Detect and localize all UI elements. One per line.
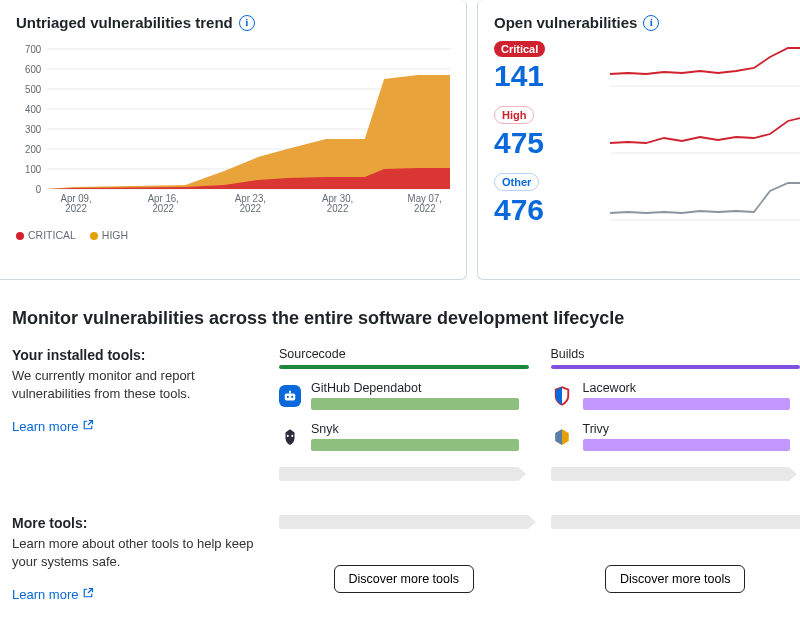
open-vulnerabilities-card: Open vulnerabilities i Critical 141 High… (477, 0, 800, 280)
sparkline-other (610, 177, 800, 221)
learn-more-label: Learn more (12, 419, 78, 434)
open-vulnerabilities-title: Open vulnerabilities i (494, 14, 800, 31)
trivy-icon (551, 426, 573, 448)
tool-row-lacework[interactable]: Lacework (551, 379, 791, 410)
sparkline-critical (610, 43, 800, 87)
monitor-heading: Monitor vulnerabilities across the entir… (12, 308, 800, 329)
info-icon[interactable]: i (643, 15, 659, 31)
placeholder-bar (279, 515, 529, 529)
more-tools-desc: Learn more about other tools to help kee… (12, 535, 257, 571)
untriaged-trend-title-text: Untriaged vulnerabilities trend (16, 14, 233, 31)
severity-badge-high: High (494, 106, 534, 124)
stage-builds-label: Builds (551, 347, 801, 365)
open-vulnerabilities-title-text: Open vulnerabilities (494, 14, 637, 31)
svg-rect-30 (289, 390, 291, 393)
placeholder-bar (551, 515, 801, 529)
open-row-critical: Critical 141 (494, 39, 800, 91)
tool-row-dependabot[interactable]: GitHub Dependabot (279, 379, 519, 410)
tool-name: Trivy (583, 422, 791, 436)
trend-legend: CRITICAL HIGH (16, 229, 450, 241)
severity-badge-other: Other (494, 173, 539, 191)
placeholder-bar (551, 467, 791, 481)
external-link-icon (82, 419, 94, 434)
more-tools-title: More tools: (12, 515, 257, 531)
svg-point-32 (291, 395, 293, 397)
tool-bar (311, 398, 519, 410)
svg-text:300: 300 (25, 124, 42, 135)
discover-more-tools-button[interactable]: Discover more tools (334, 565, 474, 593)
svg-text:2022: 2022 (240, 203, 262, 214)
learn-more-link[interactable]: Learn more (12, 587, 94, 602)
tool-bar (583, 439, 791, 451)
dependabot-icon (279, 385, 301, 407)
learn-more-label: Learn more (12, 587, 78, 602)
installed-tools-desc: We currently monitor and report vulnerab… (12, 367, 257, 403)
sparkline-high (610, 110, 800, 154)
svg-text:500: 500 (25, 84, 42, 95)
open-row-other: Other 476 (494, 172, 800, 225)
svg-text:400: 400 (25, 104, 42, 115)
external-link-icon (82, 587, 94, 602)
stage-builds: Builds Lacework Tri (551, 347, 801, 481)
high-count: 475 (494, 128, 594, 158)
tool-name: Snyk (311, 422, 519, 436)
tool-bar (311, 439, 519, 451)
other-count: 476 (494, 195, 594, 225)
lacework-icon (551, 385, 573, 407)
tool-name: GitHub Dependabot (311, 381, 519, 395)
svg-text:700: 700 (25, 44, 42, 55)
critical-count: 141 (494, 61, 594, 91)
legend-item-critical: CRITICAL (16, 229, 76, 241)
stage-underline (279, 365, 529, 369)
svg-text:2022: 2022 (152, 203, 174, 214)
placeholder-bar (279, 467, 519, 481)
svg-point-33 (287, 434, 289, 436)
snyk-icon (279, 426, 301, 448)
untriaged-trend-chart: 700 600 500 400 300 200 100 0 Apr 09,202… (16, 39, 450, 219)
svg-text:2022: 2022 (327, 203, 349, 214)
svg-point-31 (287, 395, 289, 397)
untriaged-trend-card: Untriaged vulnerabilities trend i (0, 0, 467, 280)
tool-row-snyk[interactable]: Snyk (279, 420, 519, 451)
stage-sourcecode-label: Sourcecode (279, 347, 529, 365)
untriaged-trend-title: Untriaged vulnerabilities trend i (16, 14, 450, 31)
severity-badge-critical: Critical (494, 41, 545, 57)
svg-rect-29 (285, 393, 296, 400)
installed-tools-title: Your installed tools: (12, 347, 257, 363)
info-icon[interactable]: i (239, 15, 255, 31)
svg-text:2022: 2022 (65, 203, 87, 214)
learn-more-link[interactable]: Learn more (12, 419, 94, 434)
tool-row-trivy[interactable]: Trivy (551, 420, 791, 451)
svg-text:100: 100 (25, 164, 42, 175)
svg-point-34 (291, 434, 293, 436)
legend-item-high: HIGH (90, 229, 128, 241)
stage-underline (551, 365, 801, 369)
open-row-high: High 475 (494, 105, 800, 158)
svg-text:200: 200 (25, 144, 42, 155)
tool-name: Lacework (583, 381, 791, 395)
more-tools-panel: More tools: Learn more about other tools… (12, 515, 257, 603)
installed-tools-panel: Your installed tools: We currently monit… (12, 347, 257, 481)
svg-text:2022: 2022 (414, 203, 436, 214)
svg-text:600: 600 (25, 64, 42, 75)
svg-text:0: 0 (36, 184, 42, 195)
tool-bar (583, 398, 791, 410)
discover-more-tools-button[interactable]: Discover more tools (605, 565, 745, 593)
stage-sourcecode: Sourcecode GitHub Dependabot (279, 347, 529, 481)
